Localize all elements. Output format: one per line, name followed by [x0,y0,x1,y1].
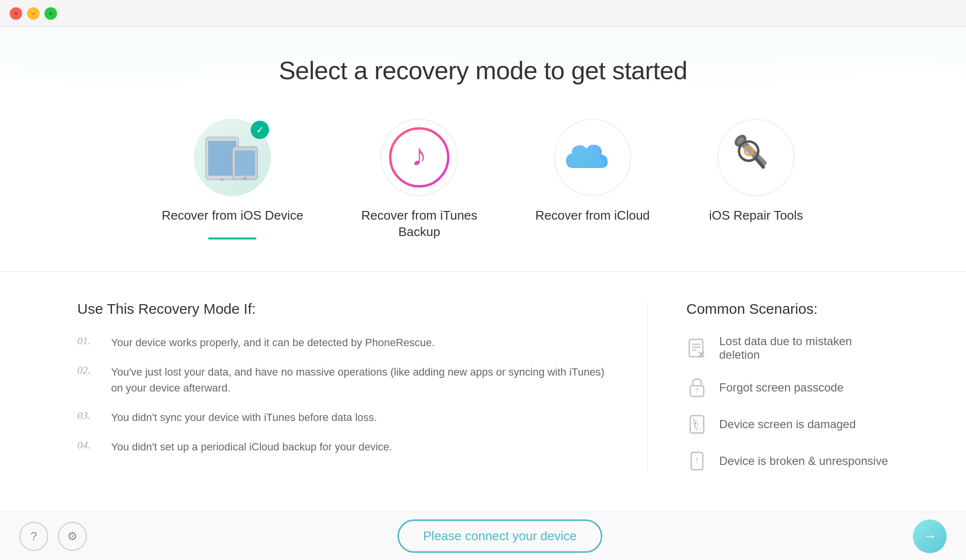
scenarios-section: Common Scenarios: Lost data due to mista… [647,301,889,472]
mode-label-ios-device: Recover from iOS Device [162,208,303,224]
mode-icloud[interactable]: Recover from iCloud [535,119,650,239]
mode-underline-itunes [395,254,443,256]
svg-text:♪: ♪ [412,138,427,172]
minimize-button[interactable]: – [27,7,40,20]
scenario-text-4: Device is broken & unresponsive [719,454,888,468]
repair-tools-icon [724,126,787,189]
ios-device-illustration [203,133,261,182]
svg-point-2 [221,178,224,181]
item-text-3: You didn't sync your device with iTunes … [111,409,377,425]
scenario-text-1: Lost data due to mistaken deletion [719,335,889,362]
svg-text:?: ? [695,387,699,394]
mode-underline-icloud [568,238,617,239]
page-title: Select a recovery mode to get started [279,56,687,85]
mode-icon-icloud [554,119,631,196]
svg-rect-4 [235,151,255,176]
maximize-button[interactable]: + [44,7,57,20]
mode-icon-repair [717,119,795,196]
item-text-2: You've just lost your data, and have no … [111,364,609,396]
use-if-heading: Use This Recovery Mode If: [77,301,609,317]
list-item: 04. You didn't set up a periodical iClou… [77,439,609,455]
help-button[interactable]: ? [19,522,48,551]
scenario-item: Lost data due to mistaken deletion [686,335,889,362]
scenario-text-3: Device screen is damaged [719,418,856,431]
deletion-icon [686,337,708,359]
section-divider [0,271,966,272]
icloud-icon [561,133,624,182]
mode-label-itunes: Recover from iTunesBackup [361,208,477,240]
info-section: Use This Recovery Mode If: 01. Your devi… [0,301,966,472]
scenario-item: ! Device is broken & unresponsive [686,450,889,472]
selected-check-badge: ✓ [251,121,269,139]
connect-device-button[interactable]: Please connect your device [398,519,602,553]
mode-label-repair: iOS Repair Tools [709,208,803,224]
broken-device-icon: ! [686,450,708,472]
scenario-text-2: Forgot screen passcode [719,381,843,394]
item-text-4: You didn't set up a periodical iCloud ba… [111,439,392,455]
mode-ios-device[interactable]: ✓ Recover from iOS Device [162,119,303,239]
list-item: 02. You've just lost your data, and have… [77,364,609,396]
list-item: 03. You didn't sync your device with iTu… [77,409,609,425]
bottom-left-buttons: ? ⚙ [19,522,87,551]
scenario-item: ? Forgot screen passcode [686,377,889,398]
title-bar: × – + [0,0,966,27]
next-button[interactable]: → [913,519,947,553]
scenario-list: Lost data due to mistaken deletion ? For… [686,335,889,472]
svg-text:!: ! [696,456,698,466]
close-button[interactable]: × [10,7,22,20]
next-arrow-icon: → [923,529,937,544]
mode-label-icloud: Recover from iCloud [535,208,650,224]
recovery-modes-row: ✓ Recover from iOS Device ♪ [0,119,966,256]
item-text-1: Your device works properly, and it can b… [111,335,435,350]
list-item: 01. Your device works properly, and it c… [77,335,609,350]
mode-underline-repair [732,238,780,239]
item-number-3: 03. [77,409,101,422]
mode-icon-itunes: ♪ [381,119,458,196]
main-content: Select a recovery mode to get started ✓ [0,27,966,512]
mode-underline-ios-device [208,238,256,239]
use-if-section: Use This Recovery Mode If: 01. Your devi… [77,301,647,472]
screen-damaged-icon [686,414,708,435]
item-number-2: 02. [77,364,101,377]
bottom-bar: ? ⚙ Please connect your device → [0,512,966,560]
scenarios-heading: Common Scenarios: [686,301,889,317]
passcode-icon: ? [686,377,708,398]
scenario-item: Device screen is damaged [686,414,889,435]
mode-itunes[interactable]: ♪ Recover from iTunesBackup [361,119,477,256]
svg-point-5 [243,177,247,181]
settings-button[interactable]: ⚙ [58,522,87,551]
itunes-icon: ♪ [388,126,451,189]
mode-repair[interactable]: iOS Repair Tools [708,119,804,239]
item-number-4: 04. [77,439,101,451]
mode-icon-ios-device: ✓ [194,119,271,196]
use-if-list: 01. Your device works properly, and it c… [77,335,609,455]
item-number-1: 01. [77,335,101,347]
